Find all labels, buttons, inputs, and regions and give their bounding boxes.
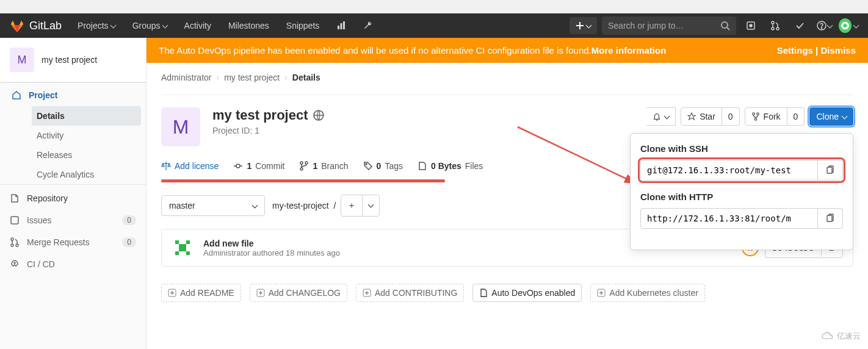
commit-author-avatar: [172, 237, 193, 259]
breadcrumb-current: Details: [292, 73, 320, 82]
logo-area[interactable]: GitLab: [10, 18, 62, 33]
add-kubernetes-button[interactable]: Add Kubernetes cluster: [590, 284, 705, 302]
nav-projects[interactable]: Projects: [71, 16, 121, 35]
svg-rect-37: [175, 251, 179, 255]
search-input[interactable]: [608, 21, 720, 31]
svg-rect-35: [186, 240, 190, 244]
sidebar-issues[interactable]: Issues 0: [0, 209, 146, 231]
issues-icon: [10, 215, 20, 225]
svg-point-26: [236, 164, 240, 168]
add-to-tree: ＋: [341, 195, 380, 217]
sidebar-cycle-analytics[interactable]: Cycle Analytics: [27, 165, 146, 184]
tags-link[interactable]: 0 Tags: [363, 161, 403, 171]
nav-snippets[interactable]: Snippets: [280, 16, 325, 35]
alert-dismiss-link[interactable]: Dismiss: [820, 45, 856, 56]
nav-activity[interactable]: Activity: [178, 16, 217, 35]
svg-point-17: [16, 244, 18, 246]
svg-point-31: [300, 168, 303, 170]
scale-icon: [161, 161, 171, 171]
chevron-down-icon: [665, 112, 669, 121]
plus-square-icon: [256, 289, 265, 297]
search-icon: [720, 21, 730, 31]
help-icon[interactable]: [814, 16, 834, 35]
alert-more-info-link[interactable]: More information: [591, 45, 667, 56]
svg-rect-0: [338, 26, 339, 29]
mr-count-badge: 0: [122, 237, 136, 247]
branches-link[interactable]: 1 Branch: [299, 161, 348, 171]
star-button[interactable]: Star: [681, 107, 722, 126]
svg-point-15: [11, 238, 13, 240]
nav-items: Projects Groups Activity Milestones Snip…: [71, 16, 379, 35]
nav-wrench-icon[interactable]: [357, 16, 379, 35]
clone-http-input[interactable]: [641, 209, 817, 228]
clone-button[interactable]: Clone: [809, 107, 853, 126]
files-size-link[interactable]: 0 Bytes Files: [418, 161, 483, 171]
chevron-down-icon: [854, 21, 858, 31]
issues-count-badge: 0: [122, 215, 136, 225]
plus-square-icon: [363, 289, 371, 297]
file-icon: [418, 161, 427, 171]
chevron-down-icon: [369, 200, 373, 210]
path-root[interactable]: my-test-project: [272, 201, 329, 210]
commit-title[interactable]: Add new file: [203, 239, 340, 248]
sidebar-project[interactable]: Project: [0, 82, 146, 106]
project-id: Project ID: 1: [212, 126, 324, 135]
commits-link[interactable]: 1 Commit: [233, 161, 284, 171]
svg-point-32: [366, 164, 367, 165]
sidebar-project-name: my test project: [42, 55, 97, 65]
copy-http-button[interactable]: [817, 209, 842, 228]
sidebar-releases[interactable]: Releases: [27, 145, 146, 165]
add-license-link[interactable]: Add license: [161, 161, 219, 171]
alert-settings-link[interactable]: Settings: [777, 45, 813, 56]
nav-milestones[interactable]: Milestones: [222, 16, 275, 35]
new-dropdown[interactable]: [570, 17, 597, 34]
chevron-down-icon: [111, 21, 115, 31]
sidebar-project-header[interactable]: M my test project: [0, 38, 146, 82]
svg-rect-1: [341, 23, 342, 29]
svg-line-6: [727, 27, 729, 30]
svg-rect-2: [343, 21, 345, 29]
svg-rect-4: [576, 25, 584, 26]
rocket-icon: [10, 259, 20, 269]
svg-rect-14: [11, 217, 18, 224]
clone-dropdown-panel: Clone with SSH Clone with HTTP: [630, 133, 853, 250]
nav-groups[interactable]: Groups: [126, 16, 173, 35]
svg-point-9: [772, 21, 774, 24]
todos-icon[interactable]: [790, 16, 809, 35]
search-box[interactable]: [602, 16, 736, 35]
add-contributing-button[interactable]: Add CONTRIBUTING: [356, 284, 464, 302]
tree-add-dropdown[interactable]: [363, 195, 379, 216]
clone-http-field: [640, 208, 843, 229]
copy-icon: [825, 214, 835, 223]
merge-requests-shortcut-icon[interactable]: [765, 16, 785, 35]
issues-shortcut-icon[interactable]: [741, 16, 761, 35]
fork-count[interactable]: 0: [787, 107, 805, 126]
sidebar-cicd[interactable]: CI / CD: [0, 253, 146, 275]
top-header: GitLab Projects Groups Activity Mileston…: [0, 13, 868, 38]
autodevops-alert: The Auto DevOps pipeline has been enable…: [146, 38, 868, 63]
notification-button[interactable]: [646, 107, 676, 126]
tree-add-button[interactable]: ＋: [341, 195, 363, 216]
clone-ssh-field: [640, 160, 843, 181]
svg-point-13: [821, 27, 822, 28]
add-changelog-button[interactable]: Add CHANGELOG: [250, 284, 347, 302]
sidebar-activity[interactable]: Activity: [27, 126, 146, 145]
add-readme-button[interactable]: Add README: [161, 284, 241, 302]
breadcrumb-admin[interactable]: Administrator: [161, 73, 211, 82]
copy-ssh-button[interactable]: [817, 160, 842, 180]
project-avatar-large: M: [161, 107, 200, 146]
user-menu[interactable]: [839, 16, 858, 35]
watermark: 亿速云: [821, 331, 861, 342]
fork-button[interactable]: Fork: [745, 107, 787, 126]
sidebar-repository[interactable]: Repository: [0, 184, 146, 209]
sidebar-details[interactable]: Details: [32, 106, 141, 126]
clone-ssh-input[interactable]: [641, 160, 817, 180]
autodevops-enabled-button[interactable]: Auto DevOps enabled: [472, 284, 582, 302]
header-right: [570, 16, 858, 35]
breadcrumb-project[interactable]: my test project: [224, 73, 280, 82]
branch-selector[interactable]: master: [161, 195, 265, 216]
sidebar-merge-requests[interactable]: Merge Requests 0: [0, 231, 146, 253]
nav-chart-icon[interactable]: [330, 16, 352, 35]
star-count[interactable]: 0: [722, 107, 740, 126]
project-avatar-small: M: [10, 48, 34, 72]
